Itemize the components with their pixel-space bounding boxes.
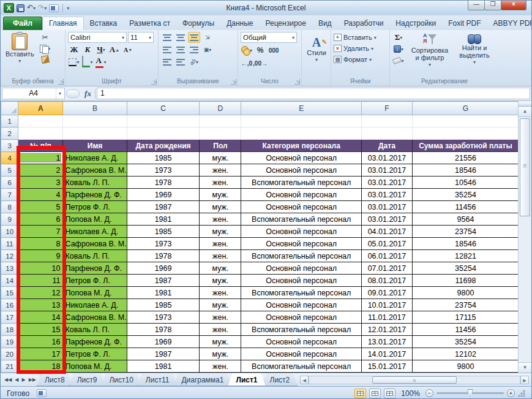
view-page-break-button[interactable] <box>384 389 395 398</box>
cell-C8[interactable]: 1987 <box>127 201 200 213</box>
prev-sheet-icon[interactable]: ◀ <box>13 377 20 382</box>
cell-C5[interactable]: 1973 <box>127 164 200 177</box>
cell-G5[interactable]: 18546 <box>412 164 519 177</box>
cell-A7[interactable]: 4 <box>18 189 63 201</box>
cell-B1[interactable] <box>63 115 127 127</box>
row-header-11[interactable]: 11 <box>1 238 18 250</box>
cell-E8[interactable]: Основной персонал <box>241 201 361 213</box>
cell-D14[interactable]: муж. <box>200 275 241 287</box>
align-bottom-button[interactable] <box>188 32 200 43</box>
view-normal-button[interactable] <box>354 389 366 398</box>
cell-B11[interactable]: Сафронова В. М. <box>63 238 127 250</box>
cell-F17[interactable]: 11.01.2017 <box>361 311 412 324</box>
percent-style-button[interactable]: % <box>254 45 266 56</box>
fill-color-button[interactable]: ▾ <box>81 56 94 67</box>
cell-A12[interactable]: 9 <box>18 250 63 262</box>
last-sheet-icon[interactable]: ▶▶ <box>28 377 37 382</box>
row-header-15[interactable]: 15 <box>1 287 18 299</box>
scroll-up-icon[interactable]: ▲ <box>519 107 531 117</box>
cell-F14[interactable]: 08.01.2017 <box>361 275 412 287</box>
close-button[interactable]: × <box>501 0 526 10</box>
cell-B18[interactable]: Коваль Л. П. <box>63 324 127 336</box>
cell-D15[interactable]: жен. <box>200 287 241 299</box>
cell-G19[interactable]: 35254 <box>412 336 519 348</box>
sheet-tab-list10[interactable]: Лист10 <box>101 373 141 386</box>
font-family-combo[interactable]: Calibri▾ <box>68 32 127 43</box>
cell-D13[interactable]: муж. <box>200 262 241 275</box>
cell-D2[interactable] <box>200 127 241 140</box>
cell-E9[interactable]: Вспомогательный персонал <box>241 213 361 226</box>
cell-B8[interactable]: Петров Ф. Л. <box>63 201 127 213</box>
tab-view[interactable]: Вид <box>312 17 338 30</box>
cell-C12[interactable]: 1978 <box>127 250 200 262</box>
cell-F3[interactable]: Дата <box>361 140 412 152</box>
tab-addins[interactable]: Надстройки <box>389 17 442 30</box>
fill-button[interactable]: ↓▾ <box>392 44 405 55</box>
tab-file[interactable]: Файл <box>3 17 42 30</box>
cell-D21[interactable]: жен. <box>200 360 241 373</box>
restore-button[interactable]: ❐ <box>484 0 501 10</box>
cell-F10[interactable]: 04.01.2017 <box>361 226 412 238</box>
cell-B3[interactable]: Имя <box>63 140 127 152</box>
cut-button[interactable]: ✂ <box>39 32 51 43</box>
cell-A10[interactable]: 7 <box>18 226 63 238</box>
cell-B2[interactable] <box>63 127 127 140</box>
cell-A5[interactable]: 2 <box>18 164 63 177</box>
font-color-button[interactable]: А▾ <box>95 56 107 67</box>
save-icon[interactable] <box>17 4 24 12</box>
row-header-2[interactable]: 2 <box>1 127 18 140</box>
merge-center-button[interactable]: ▣▾ <box>201 44 214 55</box>
cell-A21[interactable]: 18 <box>18 360 63 373</box>
row-header-21[interactable]: 21 <box>1 360 18 373</box>
tab-abbyy[interactable]: ABBYY PDF T <box>487 17 532 30</box>
hscroll-thumb[interactable] <box>372 376 457 384</box>
cell-A1[interactable] <box>18 115 63 127</box>
resize-grip[interactable] <box>518 390 525 397</box>
cell-C14[interactable]: 1987 <box>127 275 200 287</box>
row-header-6[interactable]: 6 <box>1 177 18 189</box>
tab-review[interactable]: Рецензирое <box>259 17 312 30</box>
column-header-F[interactable]: F <box>361 102 412 115</box>
row-header-16[interactable]: 16 <box>1 299 18 311</box>
cell-C13[interactable]: 1969 <box>127 262 200 275</box>
cell-A17[interactable]: 14 <box>18 311 63 324</box>
cell-E5[interactable]: Основной персонал <box>241 164 361 177</box>
cell-D17[interactable]: жен. <box>200 311 241 324</box>
cell-C18[interactable]: 1978 <box>127 324 200 336</box>
cell-G3[interactable]: Сумма заработной платы <box>412 140 519 152</box>
cell-B14[interactable]: Петров Ф. Л. <box>63 275 127 287</box>
undo-icon[interactable]: ↶▾ <box>27 2 36 13</box>
cell-G6[interactable]: 10546 <box>412 177 519 189</box>
row-header-13[interactable]: 13 <box>1 262 18 275</box>
align-top-button[interactable] <box>161 32 173 43</box>
cell-C6[interactable]: 1978 <box>127 177 200 189</box>
sheet-tab-list1[interactable]: Лист1 <box>228 373 265 386</box>
cell-C3[interactable]: Дата рождения <box>127 140 200 152</box>
cell-F4[interactable]: 03.01.2017 <box>361 152 412 164</box>
macro-record-icon[interactable] <box>37 389 47 397</box>
cell-B4[interactable]: Николаев А. Д. <box>63 152 127 164</box>
cell-F1[interactable] <box>361 115 412 127</box>
name-box-dropdown-icon[interactable]: ▾ <box>56 88 64 99</box>
cell-G13[interactable]: 35254 <box>412 262 519 275</box>
tab-home[interactable]: Главная <box>42 17 84 30</box>
scroll-down-icon[interactable]: ▼ <box>519 362 531 373</box>
select-all-corner[interactable] <box>1 102 18 115</box>
customize-qat-icon[interactable]: ▾ <box>67 2 69 13</box>
cell-B20[interactable]: Петров Ф. Л. <box>63 348 127 360</box>
zoom-slider-thumb[interactable] <box>468 389 473 397</box>
quick-table-icon[interactable] <box>49 4 59 12</box>
bold-button[interactable]: Ж <box>68 44 80 55</box>
cell-G9[interactable]: 9564 <box>412 213 519 226</box>
increase-decimal-button[interactable]: ←,0 <box>241 58 253 69</box>
find-select-button[interactable]: Найти и выделить▾ <box>455 32 494 70</box>
row-header-4[interactable]: 4 <box>1 152 18 164</box>
cell-E18[interactable]: Вспомогательный персонал <box>241 324 361 336</box>
cell-G16[interactable]: 23754 <box>412 299 519 311</box>
cell-E12[interactable]: Вспомогательный персонал <box>241 250 361 262</box>
column-header-B[interactable]: B <box>63 102 127 115</box>
column-header-E[interactable]: E <box>241 102 361 115</box>
cell-C10[interactable]: 1985 <box>127 226 200 238</box>
copy-button[interactable]: ▾ <box>39 43 51 54</box>
align-right-button[interactable] <box>188 44 200 55</box>
